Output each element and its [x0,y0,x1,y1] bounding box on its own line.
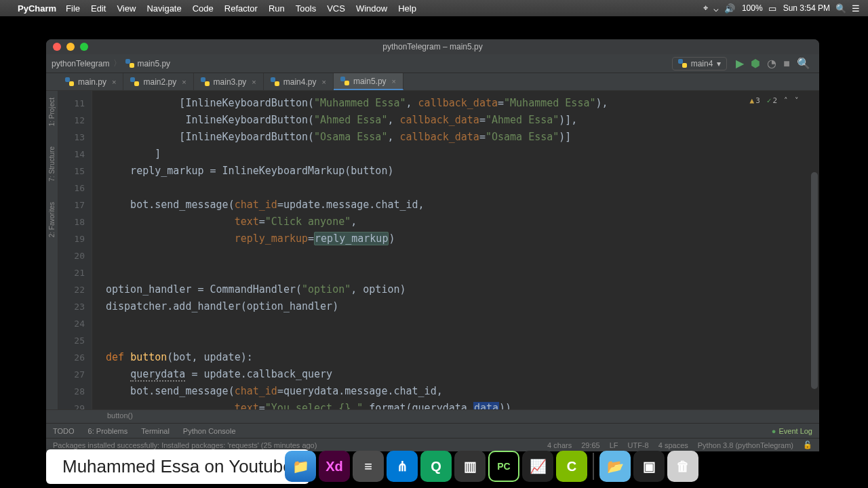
battery-percent[interactable]: 100% [742,3,763,13]
toolwindow-favorites[interactable]: 2: Favorites [48,202,56,237]
code-editor[interactable]: 11121314151617181920212223242526272829 [… [58,91,819,409]
tab-main4[interactable]: main4.py× [264,73,334,90]
breadcrumb-file[interactable]: main5.py [125,59,170,68]
dock-vscode[interactable]: ⋔ [387,451,418,482]
dock-finder[interactable]: 📁 [285,451,316,482]
app-name[interactable]: PyCharm [18,3,56,14]
dock-pycharm[interactable]: PC [488,451,519,482]
toolwindow-problems[interactable]: 6: Problems [88,427,128,435]
menu-help[interactable]: Help [398,3,416,14]
dock-camtasia[interactable]: C [556,451,587,482]
close-icon[interactable]: × [321,78,326,86]
code-area[interactable]: [InlineKeyboardButton("Muhammed Essa", c… [103,91,819,409]
chevron-down-icon[interactable]: ˅ [795,96,799,105]
navigation-bar: pythonTelegram〉 main5.py main4 ▾ ▶ ⬢ ◔ ■… [46,54,819,73]
python-file-icon [271,77,279,86]
menu-view[interactable]: View [117,3,136,14]
tab-main[interactable]: main.py× [58,73,123,90]
macos-menubar: PyCharm File Edit View Navigate Code Ref… [0,0,868,16]
dock-rectangle[interactable]: ▥ [454,451,486,482]
battery-icon[interactable]: ▭ [768,3,776,14]
run-button[interactable]: ▶ [736,57,744,70]
dock-sublime[interactable]: ≡ [353,451,384,482]
tab-main3[interactable]: main3.py× [194,73,264,90]
dock-trash[interactable]: 🗑 [667,451,698,482]
tab-main5[interactable]: main5.py× [334,73,403,90]
inspection-widget[interactable]: 3 2 ˄ ˅ [750,96,800,105]
spotlight-icon[interactable]: 🔍 [835,3,846,14]
editor-breadcrumbs[interactable]: button() [46,409,819,423]
volume-icon[interactable]: 🔊 [724,3,735,14]
dock-adobe-xd[interactable]: Xd [319,451,350,482]
line-number-gutter[interactable]: 11121314151617181920212223242526272829 [58,91,92,409]
close-icon[interactable]: × [112,78,116,86]
window-title: pythonTelegram – main5.py [46,42,819,52]
stop-button[interactable]: ■ [783,58,790,70]
tab-main2[interactable]: main2.py× [123,73,193,90]
menu-navigate[interactable]: Navigate [146,3,181,14]
status-message[interactable]: Packages installed successfully: Install… [53,441,317,449]
python-file-icon [678,59,687,68]
ok-count[interactable]: 2 [767,96,777,105]
python-file-icon [130,77,139,86]
status-interpreter[interactable]: Python 3.8 (pythonTelegram) [698,441,793,449]
warnings-count[interactable]: 3 [750,96,760,105]
dock-terminal[interactable]: ▣ [633,451,665,482]
toolwindow-structure[interactable]: 7: Structure [48,146,56,182]
close-icon[interactable]: × [182,78,186,86]
close-icon[interactable]: × [252,78,256,86]
editor-tabs: main.py× main2.py× main3.py× main4.py× m… [46,73,819,91]
menu-edit[interactable]: Edit [91,3,106,14]
toolwindow-terminal[interactable]: Terminal [141,427,170,435]
wifi-icon[interactable]: ⌵ [713,3,719,14]
close-icon[interactable]: × [392,77,396,85]
coverage-button[interactable]: ◔ [767,57,776,70]
python-file-icon [201,77,210,86]
macos-dock: 📁 Xd ≡ ⋔ Q ▥ PC 📈 C 📂 ▣ 🗑 [285,447,698,485]
bluetooth-icon[interactable]: ⌖ [703,3,708,14]
debug-button[interactable]: ⬢ [751,57,760,70]
bottom-tool-strip: TODO 6: Problems Terminal Python Console… [46,423,819,438]
python-file-icon [125,59,134,68]
chevron-up-icon[interactable]: ˄ [784,96,788,105]
dock-divider [593,453,594,480]
dock-downloads[interactable]: 📂 [599,451,631,482]
menu-refactor[interactable]: Refactor [224,3,258,14]
toolwindow-todo[interactable]: TODO [53,427,75,435]
breadcrumb-project[interactable]: pythonTelegram〉 [52,58,123,69]
toolwindow-project[interactable]: 1: Project [48,98,56,126]
pycharm-window: pythonTelegram – main5.py pythonTelegram… [46,39,819,451]
fold-gutter[interactable] [92,91,103,409]
menu-vcs[interactable]: VCS [327,3,345,14]
python-file-icon [65,77,74,86]
dock-activity[interactable]: 📈 [522,451,553,482]
left-tool-strip: 1: Project 7: Structure 2: Favorites [46,91,58,409]
run-configuration-selector[interactable]: main4 ▾ [672,57,728,70]
vertical-scrollbar[interactable] [811,172,818,389]
menu-run[interactable]: Run [269,3,285,14]
menu-tools[interactable]: Tools [296,3,316,14]
titlebar: pythonTelegram – main5.py [46,39,819,54]
toolwindow-python-console[interactable]: Python Console [183,427,236,435]
menu-file[interactable]: File [66,3,80,14]
dock-qgis[interactable]: Q [420,451,452,482]
clock[interactable]: Sun 3:54 PM [783,3,830,13]
channel-banner: Muhammed Essa on Youtube [46,449,309,484]
menu-window[interactable]: Window [356,3,387,14]
control-center-icon[interactable]: ☰ [852,3,860,14]
toolwindow-event-log[interactable]: Event Log [772,427,812,435]
python-file-icon [340,77,349,85]
chevron-down-icon: ▾ [717,59,721,68]
lock-icon[interactable]: 🔓 [803,441,812,449]
search-everywhere-button[interactable]: 🔍 [797,57,810,70]
menu-code[interactable]: Code [193,3,214,14]
